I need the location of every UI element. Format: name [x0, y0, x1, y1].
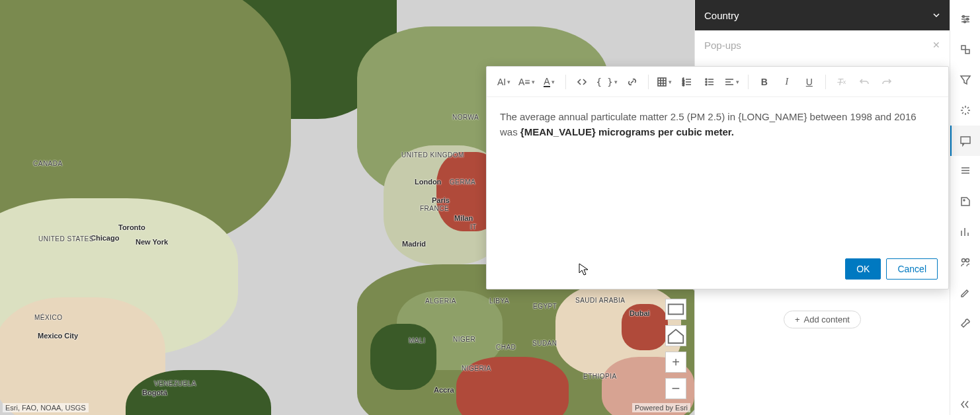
- cancel-button[interactable]: Cancel: [886, 258, 938, 280]
- ok-label: OK: [856, 264, 870, 274]
- svg-point-16: [706, 84, 707, 85]
- svg-point-14: [706, 79, 707, 80]
- label-chicago: Chicago: [91, 234, 119, 242]
- edit-icon[interactable]: [950, 278, 981, 308]
- panel-subtitle: Pop-ups: [704, 40, 741, 51]
- label-us: UNITED STATES: [38, 235, 94, 243]
- label-london: London: [415, 178, 441, 186]
- label-niger: NIGER: [453, 336, 475, 343]
- add-content-button[interactable]: +Add content: [784, 311, 861, 328]
- size-label: A≡: [518, 77, 530, 87]
- svg-rect-0: [669, 305, 684, 315]
- label-bogota: Bogotá: [142, 389, 167, 396]
- label-norway: NORWA: [452, 114, 479, 121]
- panel-title: Country: [704, 10, 739, 21]
- label-madrid: Madrid: [402, 240, 426, 248]
- label-sudan: SUDAN: [532, 340, 557, 347]
- land-wafrica: [370, 324, 436, 390]
- redo-icon[interactable]: [876, 71, 897, 93]
- svg-text:3: 3: [682, 83, 684, 87]
- svg-rect-10: [658, 78, 666, 86]
- numbered-list-icon[interactable]: 123: [676, 71, 698, 93]
- charts-icon[interactable]: [950, 217, 981, 247]
- panel-subheader: Pop-ups ✕: [695, 30, 950, 59]
- label-dubai: Dubai: [630, 309, 650, 317]
- table-icon[interactable]: ▾: [654, 71, 675, 93]
- svg-point-8: [961, 259, 965, 262]
- filter-icon[interactable]: [950, 65, 981, 95]
- label-egypt: EGYPT: [533, 303, 557, 310]
- panel-header[interactable]: Country: [695, 0, 950, 30]
- source-icon[interactable]: [571, 71, 592, 93]
- editor-textbody[interactable]: The average annual particulate matter 2.…: [487, 97, 948, 249]
- text-field-longname: {LONG_NAME}: [738, 111, 807, 122]
- label-france: FRANCE: [420, 205, 449, 212]
- svg-point-15: [706, 81, 707, 83]
- editor-toolbar: AI▾ A≡▾ A▾ { }▾ ▾ 123 ▾ B I U Tx: [487, 67, 948, 97]
- label-milan: Milan: [454, 214, 473, 222]
- bold-button[interactable]: B: [754, 71, 775, 93]
- text-prefix: The average annual particulate matter 2.…: [500, 111, 738, 122]
- bullet-list-icon[interactable]: [699, 71, 720, 93]
- color-label: A: [544, 77, 550, 87]
- styles-icon[interactable]: [950, 34, 981, 65]
- zoom-in-button[interactable]: +: [665, 352, 686, 373]
- close-icon[interactable]: ✕: [932, 40, 940, 50]
- svg-rect-4: [961, 46, 965, 50]
- properties-icon[interactable]: [950, 4, 981, 34]
- font-family-button[interactable]: AI▾: [493, 71, 514, 93]
- home-button[interactable]: [665, 325, 686, 346]
- undo-icon[interactable]: [854, 71, 875, 93]
- zoom-out-button[interactable]: −: [665, 378, 686, 399]
- label-chad: CHAD: [496, 344, 516, 351]
- label-uk: UNITED KINGDOM: [401, 152, 464, 159]
- plus-icon: +: [795, 315, 800, 324]
- clear-format-icon[interactable]: Tx: [831, 71, 852, 93]
- map-credits: Esri, FAO, NOAA, USGS: [3, 403, 89, 412]
- label-it: IT: [470, 223, 477, 231]
- label-ethiopia: ETHIOPIA: [583, 373, 617, 380]
- fields-icon[interactable]: [950, 156, 981, 186]
- text-field-meanvalue: {MEAN_VALUE}: [520, 126, 596, 137]
- right-tool-rail: [950, 0, 980, 415]
- underline-button[interactable]: U: [799, 71, 820, 93]
- font-color-button[interactable]: A▾: [539, 71, 560, 93]
- label-nigeria: NIGERIA: [462, 365, 491, 372]
- label-venezuela: VENEZUELA: [154, 380, 196, 387]
- svg-rect-5: [965, 50, 969, 54]
- chevron-down-icon: [932, 10, 940, 21]
- label-mexcity: Mexico City: [38, 332, 78, 340]
- label-algeria: ALGERIA: [425, 297, 456, 305]
- text-editor-dialog: AI▾ A≡▾ A▾ { }▾ ▾ 123 ▾ B I U Tx The ave…: [486, 66, 949, 289]
- label-mali: MALI: [409, 337, 425, 344]
- link-icon[interactable]: [622, 71, 643, 93]
- labels-icon[interactable]: [950, 186, 981, 217]
- font-size-button[interactable]: A≡▾: [516, 71, 538, 93]
- add-content-label: Add content: [804, 315, 850, 324]
- label-paris: Paris: [432, 196, 450, 204]
- italic-button[interactable]: I: [776, 71, 797, 93]
- label-toronto: Toronto: [118, 223, 145, 231]
- label-accra: Accra: [434, 386, 454, 394]
- fields-insert-button[interactable]: { }▾: [594, 71, 620, 93]
- label-newyork: New York: [136, 238, 168, 246]
- sharing-icon[interactable]: [950, 247, 981, 278]
- map-powered: Powered by Esri: [632, 403, 690, 412]
- label-germany: GERMA: [450, 178, 475, 186]
- effects-icon[interactable]: [950, 95, 981, 126]
- basemap-button[interactable]: [665, 299, 686, 320]
- label-mexico: MÉXICO: [34, 314, 62, 321]
- align-icon[interactable]: ▾: [721, 71, 743, 93]
- svg-rect-6: [961, 137, 970, 143]
- ok-button[interactable]: OK: [845, 258, 881, 280]
- text-suffix: micrograms per cubic meter.: [596, 126, 734, 137]
- svg-point-9: [965, 259, 969, 262]
- tools-icon[interactable]: [950, 308, 981, 338]
- cancel-label: Cancel: [897, 264, 926, 274]
- svg-point-7: [963, 200, 965, 201]
- popups-icon[interactable]: [950, 126, 981, 156]
- label-canada: CANADA: [33, 160, 63, 167]
- collapse-rail-icon[interactable]: [950, 394, 981, 415]
- label-saudi: SAUDI ARABIA: [575, 297, 625, 305]
- label-libya: LIBYA: [489, 297, 509, 305]
